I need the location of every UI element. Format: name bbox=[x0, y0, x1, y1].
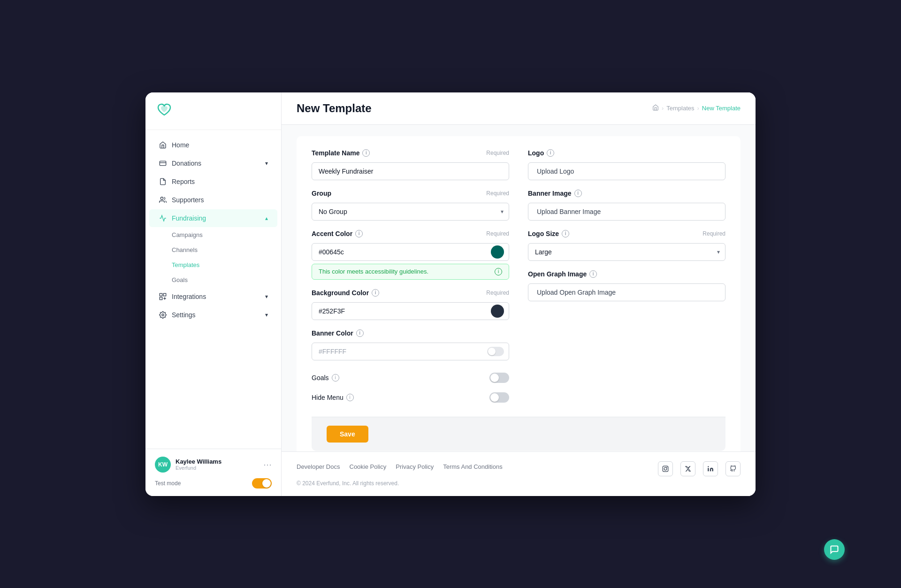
sidebar-sub-campaigns[interactable]: Campaigns bbox=[149, 228, 277, 242]
sidebar-nav: Home Donations ▾ Reports Supporters bbox=[145, 130, 281, 449]
sidebar-item-donations[interactable]: Donations ▾ bbox=[149, 154, 277, 172]
linkedin-icon[interactable] bbox=[703, 461, 718, 476]
sidebar-sub-templates[interactable]: Templates bbox=[149, 258, 277, 272]
og-image-info-icon[interactable]: i bbox=[589, 270, 597, 278]
supporters-icon bbox=[159, 196, 167, 204]
footer-terms[interactable]: Terms And Conditions bbox=[443, 463, 502, 470]
goals-toggle[interactable] bbox=[489, 373, 509, 383]
goals-info-icon[interactable]: i bbox=[332, 374, 339, 382]
svg-rect-7 bbox=[663, 466, 668, 472]
home-icon bbox=[159, 141, 167, 149]
breadcrumb-current: New Template bbox=[702, 105, 741, 112]
accent-color-info-icon[interactable]: i bbox=[355, 230, 363, 237]
footer-copyright: © 2024 Everfund, Inc. All rights reserve… bbox=[297, 480, 741, 487]
accent-color-label-row: Accent Color i Required bbox=[312, 230, 509, 237]
svg-point-10 bbox=[708, 466, 709, 467]
sidebar-sub-channels[interactable]: Channels bbox=[149, 243, 277, 257]
save-button[interactable]: Save bbox=[327, 426, 368, 443]
template-name-input[interactable] bbox=[312, 162, 509, 180]
banner-color-label: Banner Color i bbox=[312, 329, 509, 337]
bg-color-info-icon[interactable]: i bbox=[372, 289, 379, 297]
sidebar-item-home[interactable]: Home bbox=[149, 136, 277, 154]
integrations-icon bbox=[159, 292, 167, 301]
reports-icon bbox=[159, 177, 167, 186]
logo-size-label-row: Logo Size i Required bbox=[528, 230, 725, 237]
bg-color-input-row bbox=[312, 302, 509, 320]
sidebar-item-integrations[interactable]: Integrations ▾ bbox=[149, 288, 277, 305]
template-name-label-row: Template Name i Required bbox=[312, 149, 509, 157]
group-label: Group bbox=[312, 190, 331, 197]
footer-privacy-policy[interactable]: Privacy Policy bbox=[396, 463, 434, 470]
accent-color-input[interactable] bbox=[312, 244, 491, 260]
app-logo-icon bbox=[157, 105, 172, 120]
left-column: Template Name i Required Grou bbox=[312, 149, 509, 405]
banner-color-group: Banner Color i bbox=[312, 329, 509, 360]
upload-og-image-button[interactable]: Upload Open Graph Image bbox=[528, 283, 725, 301]
template-name-info-icon[interactable]: i bbox=[362, 149, 370, 157]
banner-color-input[interactable] bbox=[312, 343, 487, 360]
save-footer: Save bbox=[312, 417, 725, 451]
twitter-x-icon[interactable] bbox=[680, 461, 695, 476]
template-name-required: Required bbox=[486, 150, 509, 156]
breadcrumb-templates-link[interactable]: Templates bbox=[666, 105, 694, 112]
hide-menu-toggle[interactable] bbox=[489, 392, 509, 403]
user-info: Kaylee Williams Everfund bbox=[176, 458, 259, 471]
bg-color-swatch[interactable] bbox=[491, 305, 504, 318]
sidebar-logo bbox=[145, 92, 281, 130]
accent-color-required: Required bbox=[486, 230, 509, 237]
og-image-label: Open Graph Image i bbox=[528, 270, 725, 278]
goals-label: Goals bbox=[312, 374, 329, 382]
svg-point-8 bbox=[664, 467, 667, 470]
upload-banner-image-button[interactable]: Upload Banner Image bbox=[528, 203, 725, 221]
sidebar-item-fundraising-label: Fundraising bbox=[172, 214, 206, 222]
fundraising-icon bbox=[159, 214, 167, 222]
user-menu-button[interactable]: ⋯ bbox=[263, 459, 272, 470]
logo-size-info-icon[interactable]: i bbox=[562, 230, 569, 237]
sidebar-sub-channels-label: Channels bbox=[172, 246, 198, 253]
group-select[interactable]: No Group bbox=[312, 203, 509, 221]
test-mode-toggle[interactable] bbox=[252, 478, 272, 489]
sidebar-item-reports[interactable]: Reports bbox=[149, 173, 277, 191]
footer-cookie-policy[interactable]: Cookie Policy bbox=[350, 463, 387, 470]
og-image-group: Open Graph Image i Upload Open Graph Ima… bbox=[528, 270, 725, 301]
user-name: Kaylee Williams bbox=[176, 458, 259, 465]
accent-color-swatch[interactable] bbox=[491, 245, 504, 259]
banner-color-toggle-knob bbox=[488, 348, 496, 355]
upload-logo-button[interactable]: Upload Logo bbox=[528, 162, 725, 180]
sidebar-item-fundraising[interactable]: Fundraising ▴ bbox=[149, 209, 277, 227]
banner-color-info-icon[interactable]: i bbox=[356, 329, 364, 337]
bg-color-input[interactable] bbox=[312, 303, 491, 320]
logo-size-label: Logo Size i bbox=[528, 230, 569, 237]
breadcrumb: › Templates › New Template bbox=[652, 104, 741, 112]
test-mode-label: Test mode bbox=[155, 480, 181, 487]
bg-color-label: Background Color i bbox=[312, 289, 379, 297]
main-header: New Template › Templates › New Template bbox=[282, 92, 756, 125]
fundraising-chevron-icon: ▴ bbox=[265, 215, 268, 221]
donations-chevron-icon: ▾ bbox=[265, 160, 268, 167]
github-icon[interactable] bbox=[725, 461, 741, 476]
instagram-icon[interactable] bbox=[658, 461, 673, 476]
accessibility-info-icon[interactable]: i bbox=[495, 268, 502, 275]
banner-color-toggle[interactable] bbox=[487, 347, 504, 356]
sidebar-item-home-label: Home bbox=[172, 141, 189, 149]
sidebar-item-supporters[interactable]: Supporters bbox=[149, 191, 277, 209]
sidebar-item-settings[interactable]: Settings ▾ bbox=[149, 306, 277, 324]
footer-developer-docs[interactable]: Developer Docs bbox=[297, 463, 340, 470]
chat-button[interactable] bbox=[824, 539, 845, 560]
logo-info-icon[interactable]: i bbox=[547, 149, 554, 157]
group-group: Group Required No Group ▾ bbox=[312, 190, 509, 221]
logo-size-select[interactable]: Small Medium Large bbox=[528, 243, 725, 261]
logo-group: Logo i Upload Logo bbox=[528, 149, 725, 180]
svg-rect-3 bbox=[160, 293, 162, 296]
avatar: KW bbox=[155, 457, 171, 473]
banner-image-info-icon[interactable]: i bbox=[574, 190, 582, 197]
goals-toggle-row: Goals i bbox=[312, 370, 509, 386]
test-mode-toggle-knob bbox=[262, 479, 271, 488]
footer-social bbox=[658, 461, 741, 476]
goals-label-group: Goals i bbox=[312, 374, 339, 382]
hide-menu-toggle-knob bbox=[490, 393, 499, 402]
settings-chevron-icon: ▾ bbox=[265, 312, 268, 318]
hide-menu-info-icon[interactable]: i bbox=[346, 394, 354, 401]
test-mode-row: Test mode bbox=[155, 478, 272, 489]
sidebar-sub-goals[interactable]: Goals bbox=[149, 273, 277, 287]
